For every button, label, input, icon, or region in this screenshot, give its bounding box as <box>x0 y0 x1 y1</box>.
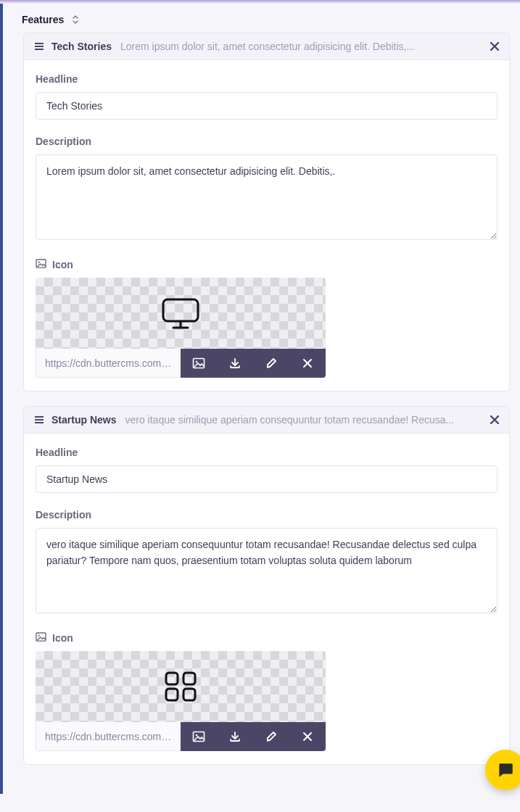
icon-url-input[interactable] <box>36 349 181 378</box>
icon-field: Icon <box>36 259 498 378</box>
feature-card: Tech Stories Lorem ipsum dolor sit, amet… <box>23 33 510 392</box>
replace-image-button[interactable] <box>181 349 217 378</box>
card-header[interactable]: Startup News vero itaque similique aperi… <box>24 407 509 434</box>
image-icon <box>36 632 46 644</box>
icon-url-input[interactable] <box>36 722 181 751</box>
section-header: Features <box>3 4 520 33</box>
card-summary: vero itaque similique aperiam consequunt… <box>125 414 484 426</box>
help-fab[interactable] <box>485 750 520 790</box>
icon-label: Icon <box>36 259 498 270</box>
description-textarea[interactable] <box>36 154 498 240</box>
svg-rect-17 <box>166 673 178 684</box>
description-label: Description <box>36 136 498 147</box>
monitor-icon <box>159 295 202 331</box>
headline-label: Headline <box>36 447 498 458</box>
svg-rect-19 <box>166 689 178 700</box>
svg-rect-5 <box>163 299 198 321</box>
icon-toolbar <box>36 349 326 378</box>
icon-preview <box>36 278 326 378</box>
download-button[interactable] <box>217 722 253 751</box>
description-field: Description <box>36 136 498 243</box>
feature-card: Startup News vero itaque similique aperi… <box>23 406 510 765</box>
svg-rect-18 <box>183 673 195 684</box>
headline-input[interactable] <box>36 92 498 120</box>
grid-icon <box>159 668 202 705</box>
card-body: Headline Description Icon <box>24 60 509 391</box>
headline-field: Headline <box>36 73 498 120</box>
remove-image-button[interactable] <box>289 722 326 751</box>
card-title: Tech Stories <box>51 41 112 52</box>
features-section: Features Tech Stories Lorem ipsum dolor … <box>0 4 520 794</box>
icon-preview-image[interactable] <box>36 651 326 722</box>
card-header[interactable]: Tech Stories Lorem ipsum dolor sit, amet… <box>24 33 509 60</box>
svg-point-9 <box>196 361 198 363</box>
card-title: Startup News <box>51 414 116 426</box>
icon-label: Icon <box>36 632 498 644</box>
icon-label-text: Icon <box>52 632 73 644</box>
svg-point-22 <box>196 734 198 737</box>
icon-preview-image[interactable] <box>36 278 326 349</box>
icon-actions <box>181 722 326 751</box>
icon-preview <box>36 651 326 751</box>
icon-field: Icon <box>36 632 498 751</box>
icon-label-text: Icon <box>52 259 73 270</box>
replace-image-button[interactable] <box>181 722 217 751</box>
edit-button[interactable] <box>253 722 289 751</box>
drag-handle-icon[interactable] <box>34 415 44 424</box>
chat-icon <box>496 761 515 779</box>
edit-button[interactable] <box>253 349 289 378</box>
svg-point-4 <box>38 262 40 263</box>
section-title: Features <box>22 14 64 25</box>
drag-handle-icon[interactable] <box>34 42 44 51</box>
download-button[interactable] <box>217 349 253 378</box>
card-body: Headline Description Icon <box>24 434 509 764</box>
icon-toolbar <box>36 722 326 751</box>
sort-icon[interactable] <box>71 14 80 25</box>
remove-image-button[interactable] <box>289 349 326 378</box>
description-label: Description <box>36 509 498 521</box>
card-summary: Lorem ipsum dolor sit, amet consectetur … <box>120 41 484 52</box>
image-icon <box>36 259 46 270</box>
icon-actions <box>181 349 326 378</box>
remove-card-icon[interactable] <box>490 415 499 424</box>
description-textarea[interactable] <box>36 528 498 613</box>
headline-input[interactable] <box>36 465 498 493</box>
description-field: Description <box>36 509 498 616</box>
remove-card-icon[interactable] <box>490 42 499 51</box>
headline-label: Headline <box>36 73 498 85</box>
headline-field: Headline <box>36 447 498 493</box>
svg-point-16 <box>38 635 40 637</box>
svg-rect-20 <box>183 689 195 700</box>
